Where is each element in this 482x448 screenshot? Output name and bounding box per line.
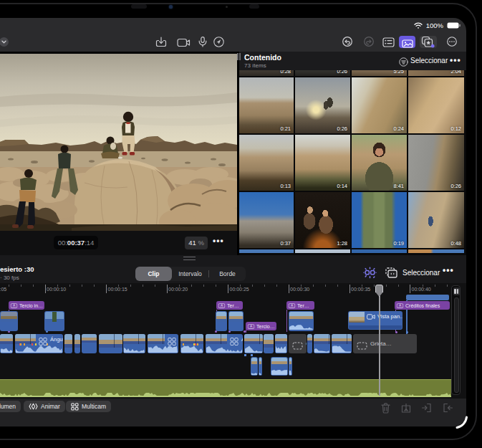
svg-text:A: A — [399, 304, 402, 308]
svg-text:A: A — [250, 325, 253, 328]
svg-text:A: A — [291, 304, 294, 308]
svg-text:A: A — [221, 304, 223, 308]
svg-text:A: A — [13, 304, 16, 308]
